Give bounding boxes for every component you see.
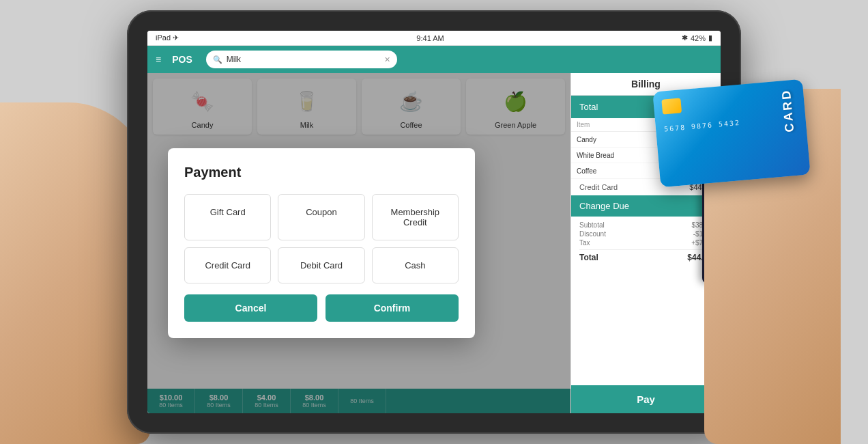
payment-option-membership-credit[interactable]: Membership Credit: [372, 194, 459, 240]
payment-option-debit-card[interactable]: Debit Card: [278, 247, 364, 283]
billing-summary: Subtotal $38.00 Discount -$1.00 Tax +$7.…: [571, 217, 721, 269]
modal-overlay: Payment Gift Card Coupon Membership Cred…: [147, 73, 570, 413]
status-bar: iPad ✈ 9:41 AM ✱ 42% ▮: [147, 31, 721, 46]
payment-option-coupon[interactable]: Coupon: [278, 194, 364, 240]
summary-total-row: Total $44.00: [579, 249, 712, 265]
battery-icon: ▮: [708, 33, 712, 42]
item-coffee-name: Coffee: [577, 167, 661, 175]
search-clear-icon[interactable]: ✕: [384, 55, 390, 64]
card-brand-label: CARD: [779, 88, 797, 133]
payment-options-grid: Gift Card Coupon Membership Credit Credi…: [184, 194, 459, 283]
modal-actions: Cancel Confirm: [184, 294, 459, 322]
confirm-button[interactable]: Confirm: [326, 294, 459, 322]
change-label: Change Due: [579, 201, 629, 211]
battery-level: 42%: [691, 34, 706, 42]
payment-modal: Payment Gift Card Coupon Membership Cred…: [168, 148, 475, 338]
total-label: Total: [579, 102, 598, 112]
change-bar: Change Due $0: [571, 195, 721, 217]
col-header-item: Item: [577, 121, 661, 128]
ipad-device: iPad ✈ 9:41 AM ✱ 42% ▮ ≡ POS 🔍: [127, 10, 741, 434]
bluetooth-icon: ✱: [682, 33, 688, 42]
subtotal-label: Subtotal: [579, 221, 605, 229]
pos-title: POS: [172, 54, 192, 65]
cancel-button[interactable]: Cancel: [184, 294, 317, 322]
top-bar: ≡ POS 🔍 Milk ✕: [147, 46, 721, 73]
discount-label: Discount: [579, 230, 606, 238]
subtotal-row: Subtotal $38.00: [579, 221, 712, 230]
search-input-value[interactable]: Milk: [227, 55, 241, 64]
payment-modal-title: Payment: [184, 165, 459, 180]
card-chip: [661, 98, 682, 114]
credit-card-label: Credit Card: [579, 183, 618, 191]
summary-total-label: Total: [579, 253, 598, 262]
discount-row: Discount -$1.00: [579, 230, 712, 238]
search-bar[interactable]: 🔍 Milk ✕: [206, 51, 397, 68]
tax-row: Tax +$7.00: [579, 238, 712, 247]
ipad-label: iPad ✈: [156, 33, 179, 42]
payment-option-gift-card[interactable]: Gift Card: [184, 194, 271, 240]
menu-icon[interactable]: ≡: [156, 54, 161, 65]
payment-option-credit-card[interactable]: Credit Card: [184, 247, 271, 283]
pos-app: ≡ POS 🔍 Milk ✕ 🍬 Can: [147, 46, 721, 413]
item-candy-name: Candy: [577, 136, 661, 143]
card-number: 5678 9876 5432: [664, 114, 798, 133]
credit-card: 5678 9876 5432 CARD: [652, 79, 810, 188]
product-area: 🍬 Candy 🥛 Milk ☕ Coffee: [147, 73, 570, 413]
item-bread-name: White Bread: [577, 152, 661, 159]
pay-button[interactable]: Pay: [571, 385, 721, 413]
search-icon: 🔍: [213, 55, 222, 64]
status-time: 9:41 AM: [416, 34, 444, 42]
tax-label: Tax: [579, 239, 590, 247]
scene: iPad ✈ 9:41 AM ✱ 42% ▮ ≡ POS 🔍: [0, 0, 868, 444]
payment-option-cash[interactable]: Cash: [372, 247, 459, 283]
ipad-screen: iPad ✈ 9:41 AM ✱ 42% ▮ ≡ POS 🔍: [147, 31, 721, 413]
main-content: 🍬 Candy 🥛 Milk ☕ Coffee: [147, 73, 721, 413]
